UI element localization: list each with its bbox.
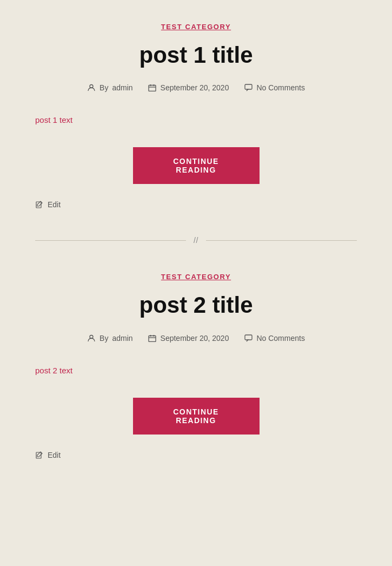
post-1-comments[interactable]: No Comments [256, 83, 304, 92]
post-1-continue-btn[interactable]: CONTINUE READING [133, 147, 260, 184]
post-2-title: post 2 title [35, 292, 357, 318]
post-article-1: TEST CATEGORY post 1 title By admin [0, 0, 392, 231]
svg-rect-5 [245, 84, 252, 89]
post-2-comments-item: No Comments [244, 334, 304, 343]
post-article-2: TEST CATEGORY post 2 title By admin [0, 250, 392, 481]
svg-rect-8 [149, 335, 156, 341]
edit-icon-2 [35, 451, 44, 459]
post-1-category[interactable]: TEST CATEGORY [35, 22, 357, 31]
post-2-continue-btn[interactable]: CONTINUE READING [133, 398, 260, 435]
post-1-edit-label: Edit [48, 200, 61, 209]
post-2-author-item: By admin [87, 334, 132, 343]
calendar-icon-2 [148, 334, 157, 343]
post-1-title: post 1 title [35, 42, 357, 68]
comment-icon-2 [244, 334, 253, 343]
edit-icon-1 [35, 200, 44, 209]
post-2-author[interactable]: admin [112, 334, 132, 343]
post-2-category[interactable]: TEST CATEGORY [35, 272, 357, 281]
post-1-excerpt: post 1 text [35, 114, 357, 127]
post-2-meta: By admin September 20, 2020 [35, 334, 357, 343]
author-icon-2 [87, 334, 96, 343]
post-2-date-item: September 20, 2020 [148, 334, 229, 343]
post-2-excerpt: post 2 text [35, 364, 357, 377]
post-1-category-link[interactable]: TEST CATEGORY [161, 23, 231, 31]
post-1-author[interactable]: admin [112, 83, 132, 92]
post-2-date: September 20, 2020 [161, 334, 229, 343]
post-1-author-item: By admin [87, 83, 132, 92]
comment-icon [244, 83, 253, 92]
post-2-edit-link[interactable]: Edit [35, 451, 357, 459]
divider-symbol: // [186, 236, 206, 245]
post-2-category-link[interactable]: TEST CATEGORY [161, 273, 231, 281]
author-icon [87, 83, 96, 92]
post-1-edit-link[interactable]: Edit [35, 200, 357, 209]
post-1-author-by: By [99, 83, 108, 92]
post-1-meta: By admin September 20, 2020 [35, 83, 357, 92]
post-1-date-item: September 20, 2020 [148, 83, 229, 92]
post-1-comments-item: No Comments [244, 83, 304, 92]
post-2-edit-label: Edit [48, 451, 61, 459]
calendar-icon [148, 83, 157, 92]
post-2-comments[interactable]: No Comments [256, 334, 304, 343]
svg-rect-12 [245, 335, 252, 340]
svg-rect-1 [149, 85, 156, 91]
post-2-author-by: By [99, 334, 108, 343]
post-1-date: September 20, 2020 [161, 83, 229, 92]
posts-divider: // [35, 231, 357, 250]
